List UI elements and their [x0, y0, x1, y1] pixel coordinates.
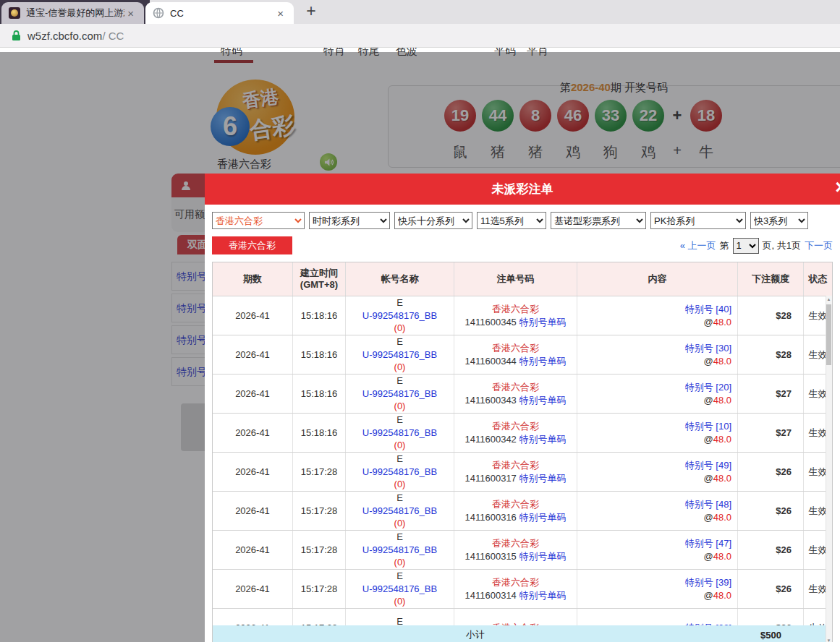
cell-account: E U-992548176_BB (0) [346, 296, 454, 335]
col-header-ticket-number: 注单号码 [454, 262, 577, 296]
bet-detail-link[interactable]: 特别号 [38] [685, 622, 731, 625]
cell-time: 15:18:16 [293, 335, 346, 374]
odds-value: 48.0 [713, 512, 731, 523]
cell-ticket: 香港六合彩 1411600316 特别号单码 [454, 492, 577, 530]
ticket-type-link[interactable]: 特别号单码 [519, 395, 566, 406]
account-link[interactable]: U-992548176_BB [362, 505, 437, 518]
cell-content: 特别号 [47] @48.0 [577, 531, 738, 569]
account-link[interactable]: U-992548176_BB [362, 466, 437, 479]
tab1-title: 通宝-信誉最好的网上游戏平 [26, 7, 124, 20]
cell-ticket: 香港六合彩 1411600315 特别号单码 [454, 531, 577, 569]
tab1-close-icon[interactable]: × [124, 7, 137, 20]
address-bar[interactable]: w5zf.cbcfo.com / CC [0, 24, 840, 48]
cell-account: E U-992548176_BB (0) [346, 335, 454, 374]
ticket-number-line: 1411600342 特别号单码 [465, 433, 567, 446]
bet-detail-link[interactable]: 特别号 [10] [685, 420, 731, 433]
odds-at: @ [703, 356, 713, 367]
bet-detail-link[interactable]: 特别号 [49] [685, 459, 731, 472]
game-series-select[interactable]: PK拾系列 [650, 212, 746, 229]
cell-account: E U-992548176_BB (0) [346, 374, 454, 413]
table-row: 2026-41 15:17:28 E U-992548176_BB (0) 香港… [213, 530, 832, 569]
odds-value: 48.0 [713, 317, 731, 328]
cell-time: 15:17:28 [293, 531, 346, 569]
account-prefix: E [396, 296, 403, 309]
browser-tab-1[interactable]: 通宝-信誉最好的网上游戏平 × [1, 2, 144, 24]
ticket-type-link[interactable]: 特别号单码 [519, 473, 566, 484]
cell-content: 特别号 [38] [577, 609, 738, 625]
cell-content: 特别号 [39] @48.0 [577, 570, 738, 608]
game-series-select[interactable]: 快乐十分系列 [394, 212, 472, 229]
cell-account: E U-992548176_BB [346, 609, 454, 625]
bet-detail-link[interactable]: 特别号 [20] [685, 381, 731, 394]
odds-at: @ [703, 317, 713, 328]
cell-content: 特别号 [48] @48.0 [577, 492, 738, 530]
ticket-number: 1411600342 [465, 434, 517, 445]
scrollbar-thumb[interactable] [826, 304, 831, 365]
close-icon[interactable]: × [835, 178, 840, 197]
odds-line: @48.0 [703, 355, 731, 368]
account-link[interactable]: U-992548176_BB [362, 583, 437, 596]
page-label-pre: 第 [720, 239, 729, 252]
account-link[interactable]: U-992548176_BB [362, 309, 437, 322]
cell-content: 特别号 [20] @48.0 [577, 374, 738, 413]
tab2-close-icon[interactable]: × [274, 7, 287, 20]
page-select[interactable]: 1 [733, 238, 759, 254]
odds-at: @ [703, 551, 713, 562]
game-series-select[interactable]: 时时彩系列 [309, 212, 390, 229]
ticket-game-name: 香港六合彩 [492, 459, 539, 472]
game-series-select[interactable]: 香港六合彩 [212, 212, 305, 229]
tab1-favicon [9, 7, 20, 19]
cell-account: E U-992548176_BB (0) [346, 531, 454, 569]
modal-title: 未派彩注单 [492, 181, 553, 197]
odds-at: @ [703, 590, 713, 601]
account-link[interactable]: U-992548176_BB [362, 348, 437, 361]
cell-time: 15:18:16 [293, 414, 346, 452]
new-tab-button[interactable]: + [301, 1, 321, 21]
game-series-select[interactable]: 11选5系列 [477, 212, 546, 229]
cell-amount: $26 [738, 531, 804, 569]
account-link[interactable]: U-992548176_BB [362, 388, 437, 401]
bet-detail-link[interactable]: 特别号 [47] [685, 537, 731, 550]
cell-content: 特别号 [40] @48.0 [577, 296, 738, 335]
cell-ticket: 香港六合彩 [454, 609, 577, 625]
ticket-type-link[interactable]: 特别号单码 [519, 434, 566, 445]
cell-amount: $27 [738, 414, 804, 452]
account-extra: (0) [394, 439, 406, 452]
ticket-type-link[interactable]: 特别号单码 [519, 551, 566, 562]
account-link[interactable]: U-992548176_BB [362, 544, 437, 557]
cell-amount: $26 [738, 570, 804, 608]
cell-period: 2026-41 [213, 374, 293, 413]
bet-detail-link[interactable]: 特别号 [48] [685, 498, 731, 511]
ticket-type-link[interactable]: 特别号单码 [519, 590, 566, 601]
ticket-type-link[interactable]: 特别号单码 [519, 317, 566, 328]
ticket-type-link[interactable]: 特别号单码 [519, 356, 566, 367]
cell-ticket: 香港六合彩 1411600317 特别号单码 [454, 453, 577, 491]
next-page-link[interactable]: 下一页 [805, 239, 833, 252]
ticket-game-name: 香港六合彩 [492, 303, 539, 316]
ticket-type-link[interactable]: 特别号单码 [519, 512, 566, 523]
table-row: 2026-41 15:17:28 E U-992548176_BB (0) 香港… [213, 452, 832, 491]
cell-content: 特别号 [49] @48.0 [577, 453, 738, 491]
cell-account: E U-992548176_BB (0) [346, 414, 454, 452]
scrollbar-down-arrow-icon[interactable]: ▼ [826, 637, 831, 642]
bet-detail-link[interactable]: 特别号 [39] [685, 576, 731, 589]
account-link[interactable]: U-992548176_BB [362, 427, 437, 440]
bet-detail-link[interactable]: 特别号 [30] [685, 342, 731, 355]
ticket-number: 1411600344 [465, 356, 517, 367]
ticket-game-name: 香港六合彩 [492, 498, 539, 511]
cell-amount: $27 [738, 374, 804, 413]
table-header-row: 期数 建立时间(GMT+8) 帐号名称 注单号码 内容 下注额度 状态 [213, 262, 832, 296]
odds-at: @ [703, 395, 713, 406]
bet-detail-link[interactable]: 特别号 [40] [685, 303, 731, 316]
cell-amount: $28 [738, 296, 804, 335]
url-path: / CC [102, 30, 124, 42]
prev-page-link[interactable]: « 上一页 [680, 239, 716, 252]
game-series-select[interactable]: 基诺型彩票系列 [551, 212, 646, 229]
odds-at: @ [703, 512, 713, 523]
active-game-button[interactable]: 香港六合彩 [212, 236, 292, 254]
cell-time: 15:17:28 [293, 492, 346, 530]
game-series-select[interactable]: 快3系列 [750, 212, 808, 229]
scrollbar-up-arrow-icon[interactable]: ▲ [826, 296, 831, 303]
browser-tab-2-active[interactable]: CC × [145, 2, 294, 24]
table-scrollbar[interactable]: ▲ ▼ [826, 296, 832, 642]
